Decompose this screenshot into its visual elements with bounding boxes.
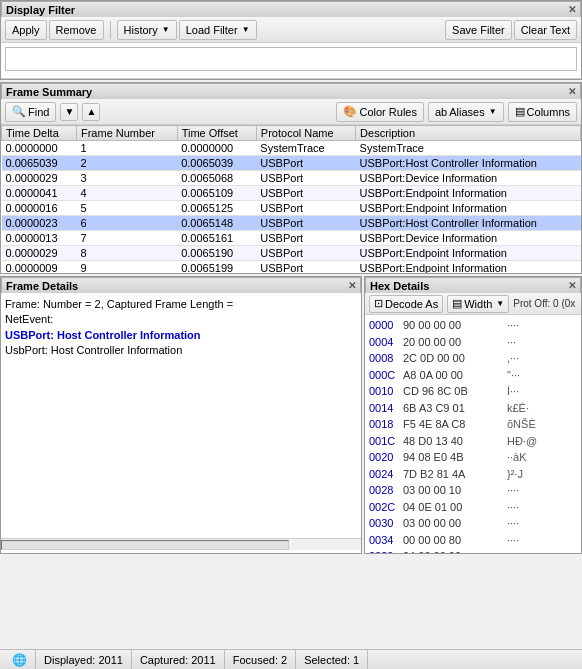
table-row[interactable]: 0.000001650.0065125USBPortUSBPort:Endpoi… [2,201,581,216]
table-cell: 0.0065109 [177,186,256,201]
display-filter-close[interactable]: ✕ [568,4,576,15]
remove-button[interactable]: Remove [49,20,104,40]
table-cell: 0.0065190 [177,246,256,261]
color-rules-button[interactable]: 🎨 Color Rules [336,102,423,122]
history-button[interactable]: History ▼ [117,20,177,40]
decode-as-button[interactable]: ⊡ Decode As [369,295,443,313]
hex-bytes: CD 96 8C 0B [403,383,503,400]
col-frame-number[interactable]: Frame Number [76,126,177,141]
hex-details-panel: Hex Details ✕ ⊡ Decode As ▤ Width ▼ Prot… [364,276,582,554]
frame-summary-panel: Frame Summary ✕ 🔍 Find ▼ ▲ 🎨 Color Rules… [0,82,582,274]
hex-addr: 0038 [369,548,399,553]
table-cell: 0.0000016 [2,201,77,216]
table-cell: 6 [76,216,177,231]
detail-line-2: NetEvent: [5,312,357,327]
status-selected: Selected: 1 [296,650,368,669]
hex-addr: 0020 [369,449,399,466]
hex-bytes: 6B A3 C9 01 [403,400,503,417]
hex-addr: 0004 [369,334,399,351]
display-filter-toolbar: Apply Remove History ▼ Load Filter ▼ Sav… [1,17,581,43]
table-header-row: Time Delta Frame Number Time Offset Prot… [2,126,581,141]
hex-ascii: ···· [507,482,519,499]
aliases-icon: ab [435,106,447,118]
display-filter-label: Display Filter [6,4,75,16]
hex-details-close[interactable]: ✕ [568,280,576,291]
hex-ascii: Í··· [507,383,519,400]
hex-ascii: ··· [507,334,516,351]
frame-table: Time Delta Frame Number Time Offset Prot… [1,125,581,273]
up-arrow-button[interactable]: ▲ [82,103,100,121]
save-filter-button[interactable]: Save Filter [445,20,512,40]
table-cell: 4 [76,186,177,201]
frame-summary-label: Frame Summary [6,86,92,98]
table-row[interactable]: 0.000002360.0065148USBPortUSBPort:Host C… [2,216,581,231]
summary-toolbar-right: 🎨 Color Rules ab Aliases ▼ ▤ Columns [336,102,577,122]
table-cell: 5 [76,201,177,216]
hex-content[interactable]: 000090 00 00 00···· 000420 00 00 00 ···0… [365,315,581,553]
toolbar-sep1 [110,21,111,39]
table-cell: USBPort [256,216,355,231]
frame-summary-close[interactable]: ✕ [568,86,576,97]
hex-ascii: õNŠÈ [507,416,536,433]
apply-button[interactable]: Apply [5,20,47,40]
hex-row: 003400 00 00 80···· [369,532,577,549]
detail-line-4: UsbPort: Host Controller Information [5,343,357,358]
hex-row: 003804 00 00 00···· [369,548,577,553]
hex-addr: 0028 [369,482,399,499]
find-button[interactable]: 🔍 Find [5,102,56,122]
table-row[interactable]: 0.000004140.0065109USBPortUSBPort:Endpoi… [2,186,581,201]
col-time-offset[interactable]: Time Offset [177,126,256,141]
table-cell: 3 [76,171,177,186]
load-filter-button[interactable]: Load Filter ▼ [179,20,257,40]
table-cell: 0.0000000 [177,141,256,156]
col-time-delta[interactable]: Time Delta [2,126,77,141]
col-protocol-name[interactable]: Protocol Name [256,126,355,141]
hex-row: 002803 00 00 10···· [369,482,577,499]
table-row[interactable]: 0.000000010.0000000SystemTraceSystemTrac… [2,141,581,156]
frame-details-scrollbar[interactable] [1,540,289,550]
table-cell: USBPort:Device Information [356,171,581,186]
frame-summary-toolbar: 🔍 Find ▼ ▲ 🎨 Color Rules ab Aliases ▼ ▤ … [1,99,581,125]
table-cell: USBPort [256,156,355,171]
frame-details-close[interactable]: ✕ [348,280,356,291]
hex-row: 001C48 D0 13 40HÐ·@ [369,433,577,450]
hex-ascii: HÐ·@ [507,433,537,450]
hex-row: 00082C 0D 00 00,··· [369,350,577,367]
detail-line-3: USBPort: Host Controller Information [5,328,357,343]
columns-button[interactable]: ▤ Columns [508,102,577,122]
hex-row: 000CA8 0A 00 00"··· [369,367,577,384]
table-cell: USBPort [256,201,355,216]
hex-addr: 0030 [369,515,399,532]
hex-addr: 0024 [369,466,399,483]
table-row[interactable]: 0.000002980.0065190USBPortUSBPort:Endpoi… [2,246,581,261]
load-filter-arrow-icon: ▼ [242,25,250,34]
clear-text-button[interactable]: Clear Text [514,20,577,40]
hex-ascii: ,··· [507,350,519,367]
color-icon: 🎨 [343,105,357,118]
table-cell: 7 [76,231,177,246]
frame-table-body: 0.000000010.0000000SystemTraceSystemTrac… [2,141,581,274]
frame-details-content: Frame: Number = 2, Captured Frame Length… [1,293,361,538]
status-captured: Captured: 2011 [132,650,225,669]
table-cell: USBPort:Endpoint Information [356,261,581,274]
hex-addr: 0018 [369,416,399,433]
aliases-button[interactable]: ab Aliases ▼ [428,102,504,122]
table-cell: USBPort [256,171,355,186]
table-row[interactable]: 0.000001370.0065161USBPortUSBPort:Device… [2,231,581,246]
table-cell: 8 [76,246,177,261]
hex-bytes: 7D B2 81 4A [403,466,503,483]
hex-row: 002094 08 E0 4B··àK [369,449,577,466]
table-cell: 0.0000000 [2,141,77,156]
table-row[interactable]: 0.006503920.0065039USBPortUSBPort:Host C… [2,156,581,171]
hex-toolbar: ⊡ Decode As ▤ Width ▼ Prot Off: 0 (0x [365,293,581,315]
width-button[interactable]: ▤ Width ▼ [447,295,509,313]
down-arrow-button[interactable]: ▼ [60,103,78,121]
table-row[interactable]: 0.000002930.0065068USBPortUSBPort:Device… [2,171,581,186]
frame-table-container[interactable]: Time Delta Frame Number Time Offset Prot… [1,125,581,273]
filter-input[interactable] [5,47,577,71]
hex-bytes: 90 00 00 00 [403,317,503,334]
table-cell: SystemTrace [356,141,581,156]
col-description[interactable]: Description [356,126,581,141]
hex-addr: 0008 [369,350,399,367]
table-row[interactable]: 0.000000990.0065199USBPortUSBPort:Endpoi… [2,261,581,274]
